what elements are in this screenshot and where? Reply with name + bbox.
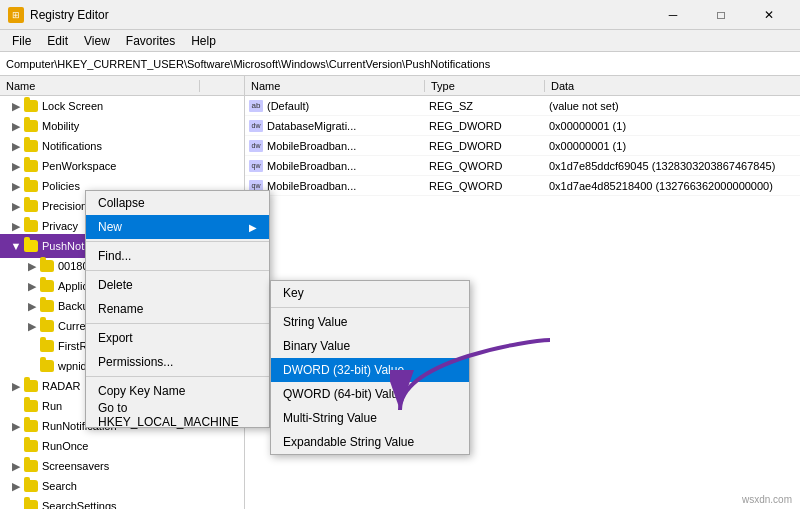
window-controls: ─ □ ✕ (650, 0, 792, 30)
folder-icon-applications (40, 280, 54, 292)
folder-icon-radar (24, 380, 38, 392)
reg-icon-2: dw (249, 140, 263, 152)
sub-multistring-value[interactable]: Multi-String Value (271, 406, 469, 430)
cell-name-2: dw MobileBroadban... (245, 140, 425, 152)
folder-icon-001800016cd (40, 260, 54, 272)
table-row[interactable]: dw MobileBroadban... REG_DWORD 0x0000000… (245, 136, 800, 156)
cell-data-4: 0x1d7ae4d85218400 (132766362000000000) (545, 180, 800, 192)
tree-label-privacy: Privacy (42, 220, 78, 232)
menu-file[interactable]: File (4, 32, 39, 50)
sub-dword-value[interactable]: DWORD (32-bit) Value (271, 358, 469, 382)
cell-type-2: REG_DWORD (425, 140, 545, 152)
sub-binary-value[interactable]: Binary Value (271, 334, 469, 358)
expander-mobility: ▶ (8, 118, 24, 134)
folder-icon-penworkspace (24, 160, 38, 172)
sub-expandable-value[interactable]: Expandable String Value (271, 430, 469, 454)
folder-icon-backup (40, 300, 54, 312)
tree-label-mobility: Mobility (42, 120, 79, 132)
cell-data-1: 0x00000001 (1) (545, 120, 800, 132)
folder-icon-privacy (24, 220, 38, 232)
menu-view[interactable]: View (76, 32, 118, 50)
cell-data-0: (value not set) (545, 100, 800, 112)
ctx-delete[interactable]: Delete (86, 273, 269, 297)
reg-icon-1: dw (249, 120, 263, 132)
ctx-rename-label: Rename (98, 302, 143, 316)
tree-item-search[interactable]: ▶ Search (0, 476, 244, 496)
ctx-copy-key-label: Copy Key Name (98, 384, 185, 398)
tree-col-name: Name (0, 80, 200, 92)
expander-policies: ▶ (8, 178, 24, 194)
expander-notifications: ▶ (8, 138, 24, 154)
folder-icon-pushnotifications (24, 240, 38, 252)
header-name[interactable]: Name (245, 80, 425, 92)
table-row[interactable]: dw DatabaseMigrati... REG_DWORD 0x000000… (245, 116, 800, 136)
tree-item-screensavers[interactable]: ▶ Screensavers (0, 456, 244, 476)
expander-privacy: ▶ (8, 218, 24, 234)
close-button[interactable]: ✕ (746, 0, 792, 30)
tree-item-notifications[interactable]: ▶ Notifications (0, 136, 244, 156)
sub-separator-1 (271, 307, 469, 308)
sub-multistring-label: Multi-String Value (283, 411, 377, 425)
ctx-new[interactable]: New ▶ (86, 215, 269, 239)
submenu: Key String Value Binary Value DWORD (32-… (270, 280, 470, 455)
expander-wpnidm (24, 358, 40, 374)
reg-name-0: (Default) (267, 100, 309, 112)
expander-search: ▶ (8, 478, 24, 494)
tree-item-penworkspace[interactable]: ▶ PenWorkspace (0, 156, 244, 176)
menu-edit[interactable]: Edit (39, 32, 76, 50)
reg-name-3: MobileBroadban... (267, 160, 356, 172)
header-type[interactable]: Type (425, 80, 545, 92)
table-row[interactable]: ab (Default) REG_SZ (value not set) (245, 96, 800, 116)
reg-icon-3: qw (249, 160, 263, 172)
header-data[interactable]: Data (545, 80, 800, 92)
ctx-goto-hklm-label: Go to HKEY_LOCAL_MACHINE (98, 401, 257, 429)
reg-name-2: MobileBroadban... (267, 140, 356, 152)
tree-item-runonce[interactable]: RunOnce (0, 436, 244, 456)
ctx-delete-label: Delete (98, 278, 133, 292)
sub-qword-value[interactable]: QWORD (64-bit) Value (271, 382, 469, 406)
folder-icon-notifications (24, 140, 38, 152)
cell-name-4: qw MobileBroadban... (245, 180, 425, 192)
sub-key[interactable]: Key (271, 281, 469, 305)
ctx-separator-3 (86, 323, 269, 324)
expander-runonce (8, 438, 24, 454)
reg-name-4: MobileBroadban... (267, 180, 356, 192)
tree-item-searchsettings[interactable]: SearchSettings (0, 496, 244, 509)
sub-string-value[interactable]: String Value (271, 310, 469, 334)
ctx-copy-key[interactable]: Copy Key Name (86, 379, 269, 403)
ctx-find[interactable]: Find... (86, 244, 269, 268)
ctx-goto-hklm[interactable]: Go to HKEY_LOCAL_MACHINE (86, 403, 269, 427)
tree-item-lockscreen[interactable]: ▶ Lock Screen (0, 96, 244, 116)
table-row[interactable]: qw MobileBroadban... REG_QWORD 0x1d7ae4d… (245, 176, 800, 196)
tree-item-mobility[interactable]: ▶ Mobility (0, 116, 244, 136)
reg-name-1: DatabaseMigrati... (267, 120, 356, 132)
tree-label-search: Search (42, 480, 77, 492)
expander-backup: ▶ (24, 298, 40, 314)
ctx-collapse[interactable]: Collapse (86, 191, 269, 215)
tree-label-radar: RADAR (42, 380, 81, 392)
cell-type-4: REG_QWORD (425, 180, 545, 192)
folder-icon-run (24, 400, 38, 412)
address-bar: Computer\HKEY_CURRENT_USER\Software\Micr… (0, 52, 800, 76)
menu-favorites[interactable]: Favorites (118, 32, 183, 50)
title-bar: ⊞ Registry Editor ─ □ ✕ (0, 0, 800, 30)
cell-type-0: REG_SZ (425, 100, 545, 112)
menu-help[interactable]: Help (183, 32, 224, 50)
minimize-button[interactable]: ─ (650, 0, 696, 30)
table-row[interactable]: qw MobileBroadban... REG_QWORD 0x1d7e85d… (245, 156, 800, 176)
expander-screensavers: ▶ (8, 458, 24, 474)
ctx-separator-4 (86, 376, 269, 377)
tree-label-policies: Policies (42, 180, 80, 192)
ctx-export[interactable]: Export (86, 326, 269, 350)
expander-searchsettings (8, 498, 24, 509)
ctx-permissions[interactable]: Permissions... (86, 350, 269, 374)
folder-icon-wpnidm (40, 360, 54, 372)
sub-qword-label: QWORD (64-bit) Value (283, 387, 405, 401)
tree-headers: Name (0, 76, 244, 96)
expander-run (8, 398, 24, 414)
ctx-rename[interactable]: Rename (86, 297, 269, 321)
app-icon: ⊞ (8, 7, 24, 23)
maximize-button[interactable]: □ (698, 0, 744, 30)
expander-penworkspace: ▶ (8, 158, 24, 174)
tree-label-penworkspace: PenWorkspace (42, 160, 116, 172)
